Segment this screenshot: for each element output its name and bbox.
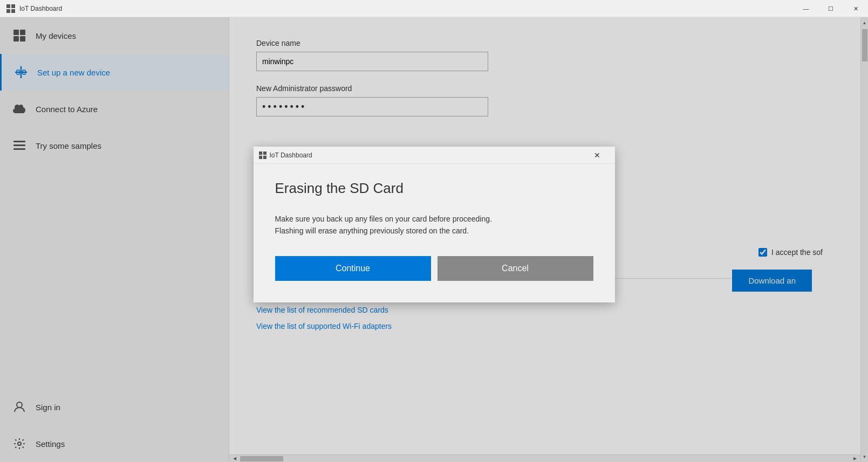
continue-button[interactable]: Continue [275, 256, 431, 281]
svg-rect-3 [11, 9, 15, 13]
modal-heading: Erasing the SD Card [275, 180, 593, 197]
cancel-button[interactable]: Cancel [438, 256, 593, 281]
modal-body: Erasing the SD Card Make sure you back u… [254, 164, 615, 302]
modal-buttons: Continue Cancel [275, 256, 593, 281]
modal-dialog: IoT Dashboard ✕ Erasing the SD Card Make… [254, 147, 615, 302]
svg-rect-0 [6, 4, 10, 8]
close-button[interactable]: ✕ [843, 0, 868, 17]
svg-rect-20 [263, 155, 266, 158]
svg-rect-1 [11, 4, 15, 8]
modal-titlebar: IoT Dashboard ✕ [254, 147, 615, 164]
app-icon [6, 4, 15, 13]
maximize-button[interactable]: ☐ [818, 0, 843, 17]
svg-rect-18 [263, 151, 266, 155]
svg-rect-17 [259, 151, 262, 155]
modal-text: Make sure you back up any files on your … [275, 213, 593, 237]
modal-app-icon [259, 151, 266, 159]
svg-rect-19 [259, 155, 262, 158]
title-bar-text: IoT Dashboard [19, 5, 62, 12]
title-bar: IoT Dashboard — ☐ ✕ [0, 0, 868, 17]
modal-close-button[interactable]: ✕ [585, 147, 610, 164]
modal-titlebar-text: IoT Dashboard [270, 151, 585, 159]
modal-overlay: IoT Dashboard ✕ Erasing the SD Card Make… [0, 17, 868, 462]
minimize-button[interactable]: — [794, 0, 818, 17]
window-controls: — ☐ ✕ [794, 0, 868, 17]
svg-rect-2 [6, 9, 10, 13]
